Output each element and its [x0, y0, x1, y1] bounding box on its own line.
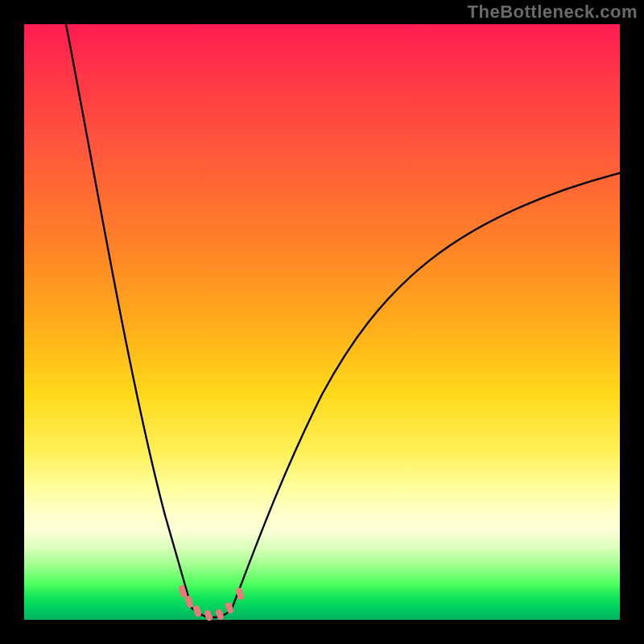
chart-frame: TheBottleneck.com [0, 0, 644, 644]
plot-area [24, 24, 620, 620]
watermark-text: TheBottleneck.com [468, 2, 638, 23]
